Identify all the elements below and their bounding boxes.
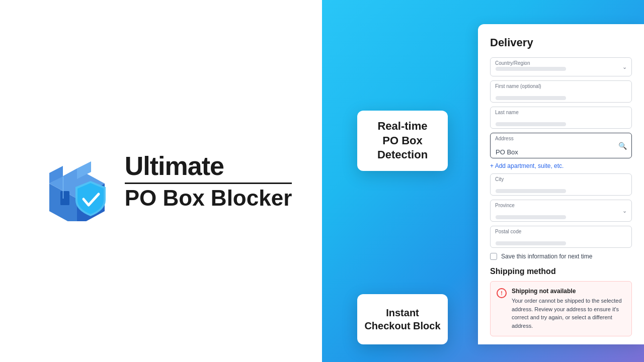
country-label: Country/Region bbox=[495, 60, 530, 66]
address-value: PO Box bbox=[496, 148, 626, 156]
brand-text: Ultimate PO Box Blocker bbox=[125, 152, 292, 211]
country-chevron-icon: ⌄ bbox=[622, 64, 627, 70]
error-description: Your order cannot be shipped to the sele… bbox=[512, 297, 625, 330]
error-title: Shipping not available bbox=[512, 288, 625, 295]
firstname-field[interactable]: First name (optional) bbox=[490, 80, 632, 103]
firstname-label: First name (optional) bbox=[495, 83, 541, 89]
save-checkbox-row[interactable]: Save this information for next time bbox=[490, 253, 632, 260]
country-field[interactable]: Country/Region ⌄ bbox=[490, 57, 632, 76]
postal-label: Postal code bbox=[495, 229, 521, 234]
lastname-field[interactable]: Last name bbox=[490, 107, 632, 129]
save-checkbox[interactable] bbox=[490, 253, 497, 260]
instant-card-text: Instant Checkout Block bbox=[364, 306, 440, 332]
logo-area bbox=[30, 141, 111, 221]
add-suite-link[interactable]: + Add apartment, suite, etc. bbox=[490, 162, 632, 169]
shipping-method-title: Shipping method bbox=[490, 267, 632, 276]
error-icon: ! bbox=[497, 288, 507, 298]
checkout-panel: Delivery Country/Region ⌄ First name (op… bbox=[478, 24, 644, 344]
address-field[interactable]: Address PO Box 🔍 bbox=[490, 133, 632, 158]
province-chevron-icon: ⌄ bbox=[622, 208, 627, 214]
realtime-card: Real-time PO Box Detection bbox=[357, 111, 448, 171]
save-label: Save this information for next time bbox=[501, 253, 592, 260]
brand-subtitle: PO Box Blocker bbox=[125, 183, 292, 210]
postal-field[interactable]: Postal code bbox=[490, 226, 632, 248]
brand-container: Ultimate PO Box Blocker bbox=[30, 141, 292, 221]
address-label: Address bbox=[495, 136, 514, 141]
left-section: Ultimate PO Box Blocker bbox=[0, 0, 322, 362]
instant-card: Instant Checkout Block bbox=[357, 294, 448, 344]
shipping-error-box: ! Shipping not available Your order cann… bbox=[490, 281, 632, 336]
city-label: City bbox=[495, 176, 504, 182]
realtime-card-text: Real-time PO Box Detection bbox=[377, 119, 428, 162]
brand-title: Ultimate bbox=[125, 152, 292, 180]
province-label: Province bbox=[495, 203, 515, 208]
search-icon: 🔍 bbox=[618, 142, 627, 150]
error-text-block: Shipping not available Your order cannot… bbox=[512, 288, 625, 330]
brand-logo bbox=[30, 141, 111, 221]
province-field[interactable]: Province ⌄ bbox=[490, 200, 632, 222]
city-field[interactable]: City bbox=[490, 173, 632, 196]
right-section: Real-time PO Box Detection Instant Check… bbox=[322, 0, 644, 362]
delivery-title: Delivery bbox=[490, 36, 632, 49]
lastname-label: Last name bbox=[495, 110, 519, 115]
